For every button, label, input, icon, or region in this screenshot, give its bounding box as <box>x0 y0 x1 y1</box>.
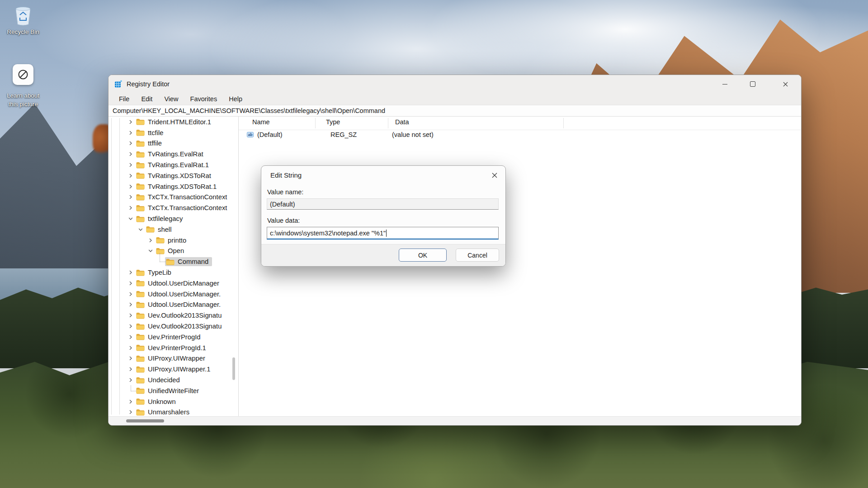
chevron-right-icon[interactable] <box>126 301 135 308</box>
chevron-right-icon[interactable] <box>126 323 135 330</box>
tree-node-trident-htmleditor-1[interactable]: Trident.HTMLEditor.1 <box>108 117 233 127</box>
desktop-icon-learn-about-picture[interactable]: Learn about this picture <box>1 64 45 108</box>
tree-node-printto[interactable]: printto <box>108 235 233 246</box>
tree-node-uiproxy-uiwrapper[interactable]: UIProxy.UIWrapper <box>108 353 233 364</box>
dialog-close-button[interactable] <box>490 170 500 180</box>
tree-node-tvratings-xdstorat[interactable]: TvRatings.XDSToRat <box>108 170 233 181</box>
value-data-text: c:\windows\system32\notepad.exe "%1" <box>270 230 386 237</box>
chevron-right-icon[interactable] <box>126 183 135 190</box>
tree-node-label: shell <box>158 226 171 233</box>
menu-file[interactable]: File <box>113 95 135 103</box>
tree-node-unknown[interactable]: Unknown <box>108 396 233 407</box>
tree-node-uiproxy-uiwrapper-1[interactable]: UIProxy.UIWrapper.1 <box>108 364 233 375</box>
column-header-type[interactable]: Type <box>326 118 340 126</box>
folder-icon <box>136 398 145 405</box>
chevron-right-icon[interactable] <box>126 280 135 287</box>
column-separator[interactable] <box>315 118 316 128</box>
chevron-right-icon[interactable] <box>126 344 135 352</box>
chevron-right-icon[interactable] <box>126 150 135 158</box>
minimize-icon <box>722 84 727 84</box>
column-header-name[interactable]: Name <box>252 118 270 126</box>
value-name-field[interactable]: (Default) <box>267 198 499 210</box>
tree-node-uev-printerprogid-1[interactable]: Uev.PrinterProgId.1 <box>108 343 233 353</box>
column-separator[interactable] <box>563 118 564 128</box>
menu-edit[interactable]: Edit <box>135 95 158 103</box>
desktop-icon-label: Recycle Bin <box>1 28 45 36</box>
tree-node-tvratings-evalrat[interactable]: TvRatings.EvalRat <box>108 149 233 160</box>
chevron-right-icon[interactable] <box>126 333 135 341</box>
tree-node-ttffile[interactable]: ttffile <box>108 138 233 149</box>
tree-node-typelib[interactable]: TypeLib <box>108 267 233 278</box>
chevron-right-icon[interactable] <box>126 129 135 136</box>
tree-node-uev-printerprogid[interactable]: Uev.PrinterProgId <box>108 332 233 343</box>
tree-node-shell[interactable]: shell <box>108 224 233 235</box>
tree-node-tvratings-evalrat-1[interactable]: TvRatings.EvalRat.1 <box>108 160 233 170</box>
chevron-down-icon[interactable] <box>136 226 145 233</box>
chevron-right-icon[interactable] <box>146 237 155 244</box>
title-bar[interactable]: Registry Editor <box>108 75 801 93</box>
menu-view[interactable]: View <box>158 95 184 103</box>
folder-icon <box>136 280 145 286</box>
tree-vertical-scrollbar[interactable] <box>232 357 235 380</box>
folder-icon <box>136 129 145 136</box>
folder-icon <box>136 140 145 147</box>
tree-node-label: TvRatings.XDSToRat <box>148 172 211 179</box>
chevron-down-icon[interactable] <box>126 215 135 222</box>
value-row-default[interactable]: ab (Default) REG_SZ (value not set) <box>239 130 801 141</box>
tree-node-uev-outlook2013signatu[interactable]: Uev.Outlook2013Signatu <box>108 321 233 332</box>
tree-node-udtool-userdicmanager[interactable]: Udtool.UserDicManager. <box>108 300 233 310</box>
tree-node-undecided[interactable]: Undecided <box>108 375 233 385</box>
chevron-right-icon[interactable] <box>126 408 135 416</box>
tree-node-label: Udtool.UserDicManager. <box>148 301 221 308</box>
tree-node-uev-outlook2013signatu[interactable]: Uev.Outlook2013Signatu <box>108 310 233 321</box>
tree-node-command[interactable]: Command <box>108 256 233 267</box>
desktop-icon-recycle-bin[interactable]: Recycle Bin <box>1 5 45 36</box>
tree-node-label: Uev.Outlook2013Signatu <box>148 312 222 319</box>
minimize-button[interactable] <box>714 75 735 93</box>
chevron-right-icon[interactable] <box>126 161 135 169</box>
tree-node-txctx-transactioncontext[interactable]: TxCTx.TransactionContext <box>108 202 233 213</box>
menu-help[interactable]: Help <box>223 95 248 103</box>
tree-node-unmarshalers[interactable]: Unmarshalers <box>108 407 233 416</box>
tree-node-label: printto <box>168 237 186 244</box>
horizontal-scrollbar[interactable] <box>108 416 801 425</box>
column-separator[interactable] <box>388 118 388 128</box>
chevron-right-icon[interactable] <box>126 398 135 405</box>
chevron-right-icon[interactable] <box>126 376 135 384</box>
tree-node-unifiedwritefilter[interactable]: UnifiedWriteFilter <box>108 385 233 396</box>
registry-tree-pane[interactable]: Trident.HTMLEditor.1ttcfilettffileTvRati… <box>108 117 233 416</box>
chevron-right-icon[interactable] <box>126 140 135 147</box>
tree-node-txctx-transactioncontext[interactable]: TxCTx.TransactionContext <box>108 192 233 203</box>
horizontal-scrollbar-thumb[interactable] <box>126 419 164 422</box>
tree-node-udtool-userdicmanager[interactable]: Udtool.UserDicManager. <box>108 289 233 300</box>
tree-node-tvratings-xdstorat-1[interactable]: TvRatings.XDSToRat.1 <box>108 181 233 192</box>
address-bar[interactable]: Computer\HKEY_LOCAL_MACHINE\SOFTWARE\Cla… <box>108 105 801 117</box>
chevron-right-icon[interactable] <box>126 312 135 319</box>
maximize-button[interactable] <box>742 75 763 93</box>
tree-node-udtool-userdicmanager[interactable]: Udtool.UserDicManager <box>108 278 233 289</box>
chevron-right-icon[interactable] <box>126 172 135 179</box>
chevron-right-icon[interactable] <box>126 118 135 126</box>
menu-favorites[interactable]: Favorites <box>184 95 223 103</box>
folder-icon <box>136 377 145 384</box>
tree-node-ttcfile[interactable]: ttcfile <box>108 127 233 138</box>
chevron-right-icon[interactable] <box>126 355 135 362</box>
chevron-down-icon[interactable] <box>146 247 155 254</box>
tree-node-open[interactable]: Open <box>108 246 233 257</box>
value-data-input[interactable]: c:\windows\system32\notepad.exe "%1" <box>267 227 499 239</box>
window-title: Registry Editor <box>127 80 170 88</box>
tree-node-label: TvRatings.EvalRat.1 <box>148 161 209 169</box>
folder-icon <box>136 269 145 276</box>
chevron-right-icon[interactable] <box>126 366 135 373</box>
ok-button[interactable]: OK <box>399 249 447 262</box>
close-button[interactable] <box>775 75 796 93</box>
chevron-right-icon[interactable] <box>126 193 135 201</box>
column-header-data[interactable]: Data <box>395 118 409 126</box>
chevron-right-icon[interactable] <box>126 269 135 276</box>
tree-node-txtfilelegacy[interactable]: txtfilelegacy <box>108 213 233 224</box>
tree-node-label: UIProxy.UIWrapper <box>148 355 205 362</box>
cancel-button[interactable]: Cancel <box>456 249 499 262</box>
chevron-right-icon[interactable] <box>126 204 135 211</box>
chevron-right-icon[interactable] <box>126 291 135 298</box>
list-header: Name Type Data <box>239 117 801 130</box>
